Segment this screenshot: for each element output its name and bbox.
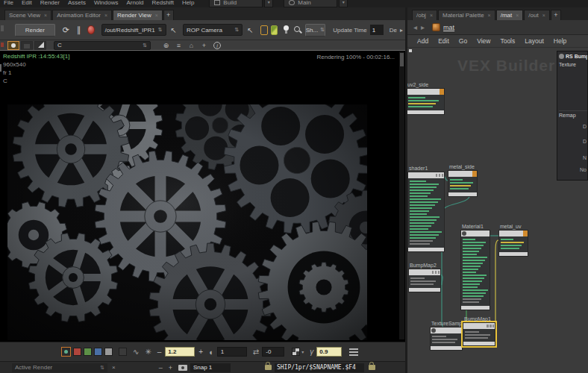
- node-header[interactable]: [408, 172, 444, 178]
- shelf-main[interactable]: Main: [284, 0, 337, 7]
- display-toggle-icon[interactable]: [7, 41, 19, 50]
- channel-all-icon[interactable]: [61, 347, 71, 357]
- tab-scene-view[interactable]: Scene View×: [4, 10, 51, 20]
- node-bumpmap2[interactable]: BumpMap2: [408, 269, 441, 292]
- channel-icon-3[interactable]: [104, 348, 113, 356]
- chevron-down-icon[interactable]: ▾: [264, 0, 273, 7]
- node-metal-uv[interactable]: metal_uv: [498, 230, 528, 257]
- snapshot-camera-icon[interactable]: [178, 365, 187, 371]
- node-uv2-side[interactable]: uv2_side: [407, 88, 445, 115]
- snapshot-name-field[interactable]: Snap 1: [190, 363, 231, 372]
- viewport-scrollbar[interactable]: [399, 51, 404, 339]
- netmenu-add[interactable]: Add: [417, 37, 428, 45]
- node-header[interactable]: [461, 231, 490, 236]
- gamma-plus-button[interactable]: +: [198, 348, 203, 356]
- menu-edit[interactable]: Edit: [22, 0, 32, 6]
- update-time-field[interactable]: 1: [370, 25, 384, 35]
- contrast-field[interactable]: 1: [217, 347, 247, 357]
- zoom-icon[interactable]: ⊕: [161, 41, 171, 50]
- node-header[interactable]: [407, 89, 444, 95]
- magnify-icon[interactable]: [293, 25, 300, 34]
- snapshot-plus-button[interactable]: +: [169, 364, 172, 372]
- lut-field[interactable]: 0.9: [316, 347, 342, 357]
- alpha-channel-icon[interactable]: [119, 348, 127, 356]
- chevron-down-icon[interactable]: ▾: [339, 0, 348, 7]
- render-region-icon[interactable]: [271, 25, 278, 35]
- node-bumpmap1[interactable]: BumpMap1: [463, 322, 495, 346]
- rop-pick-icon[interactable]: ↖: [171, 26, 177, 34]
- pan-icon[interactable]: +: [199, 41, 209, 50]
- node-header[interactable]: [499, 231, 528, 236]
- ipr-grid-icon[interactable]: [260, 25, 268, 35]
- lock-icon[interactable]: [369, 365, 375, 370]
- menu-render[interactable]: Render: [40, 0, 60, 6]
- tab-mat[interactable]: /mat×: [496, 10, 524, 20]
- camera-pick-icon[interactable]: ↖: [247, 26, 253, 34]
- active-render-selector[interactable]: Active Render ⇅: [12, 363, 107, 372]
- tab-animation-editor[interactable]: Animation Editor×: [52, 10, 112, 20]
- info-icon[interactable]: i: [213, 42, 221, 49]
- netmenu-edit[interactable]: Edit: [438, 37, 449, 45]
- render-viewport[interactable]: Redshift IPR :14:55:43[1]960x540fr 1C Re…: [0, 51, 405, 342]
- contrast-icon[interactable]: ◐: [209, 348, 214, 357]
- parameter-panel-header[interactable]: RS Bump: [557, 51, 587, 60]
- lights-icon[interactable]: [283, 25, 287, 34]
- close-icon[interactable]: ×: [155, 13, 158, 18]
- waveform-icon[interactable]: ∿: [133, 348, 139, 356]
- menu-file[interactable]: File: [4, 0, 13, 6]
- channel-icon-0[interactable]: [73, 348, 81, 356]
- gamma-minus-button[interactable]: –: [157, 348, 162, 356]
- netmenu-go[interactable]: Go: [459, 37, 467, 45]
- node-header[interactable]: [463, 323, 495, 329]
- new-tab-button[interactable]: +: [551, 10, 561, 20]
- netmenu-view[interactable]: View: [477, 37, 490, 45]
- node-shader1[interactable]: shader1: [407, 172, 445, 252]
- close-icon[interactable]: ×: [542, 13, 545, 18]
- node-metal-side[interactable]: metal_side: [448, 170, 478, 197]
- tab-obj[interactable]: /obj×: [412, 10, 437, 20]
- menu-redshift[interactable]: Redshift: [152, 0, 174, 6]
- menu-windows[interactable]: Windows: [94, 0, 118, 6]
- netmenu-layout[interactable]: Layout: [525, 37, 544, 45]
- tab-material-palette[interactable]: Material Palette×: [438, 10, 495, 20]
- forward-icon[interactable]: ▸: [421, 23, 425, 31]
- flare-icon[interactable]: ✳: [145, 348, 151, 356]
- background-toggle-icon[interactable]: [21, 41, 33, 50]
- netmenu-tools[interactable]: Tools: [500, 37, 515, 45]
- layers-icon[interactable]: ≡: [174, 41, 184, 50]
- toolbar-overflow-icon[interactable]: ▸: [400, 27, 403, 34]
- pane-grip[interactable]: [1, 43, 4, 47]
- close-icon[interactable]: ×: [430, 13, 433, 18]
- checker-background-icon[interactable]: [292, 348, 300, 356]
- stop-render-icon[interactable]: [87, 25, 94, 34]
- menu-arnold[interactable]: Arnold: [126, 0, 143, 6]
- pane-grip[interactable]: [1, 25, 4, 31]
- refresh-icon[interactable]: ⟳: [63, 25, 69, 35]
- shading-mode-button[interactable]: Sh... ⇅: [305, 24, 326, 37]
- node-header[interactable]: [448, 171, 477, 177]
- close-icon[interactable]: ×: [104, 13, 107, 18]
- scrollbar-handle[interactable]: [400, 53, 404, 66]
- image-plane-selector[interactable]: C ⇅: [54, 41, 151, 50]
- chevron-down-icon[interactable]: ▾: [301, 349, 304, 354]
- snapshot-path-field[interactable]: SHIP/1pr/$SNAPNAME.$F4: [275, 363, 364, 372]
- netmenu-help[interactable]: Help: [554, 37, 566, 45]
- lock-icon[interactable]: [265, 365, 272, 370]
- tab-render-view[interactable]: Render View×: [113, 10, 163, 20]
- camera-selector[interactable]: ROP Camera ⇅: [183, 24, 243, 36]
- close-icon[interactable]: ×: [516, 13, 519, 18]
- menu-assets[interactable]: Assets: [68, 0, 86, 6]
- sliders-icon[interactable]: ⇄: [253, 348, 259, 356]
- menu-help[interactable]: Help: [182, 0, 194, 6]
- tab-out[interactable]: /out×: [524, 10, 549, 20]
- channel-icon-2[interactable]: [94, 348, 102, 356]
- pane-grip[interactable]: [0, 64, 1, 72]
- snapshot-minus-button[interactable]: –: [159, 364, 163, 372]
- offset-field[interactable]: -0: [262, 347, 284, 357]
- node-texturesampler1[interactable]: TextureSampler1: [430, 327, 463, 351]
- close-icon[interactable]: ×: [44, 13, 47, 18]
- render-button[interactable]: Render: [15, 24, 55, 37]
- split-view-icon[interactable]: [34, 41, 46, 50]
- channel-icon-1[interactable]: [84, 348, 92, 356]
- list-menu-icon[interactable]: [349, 348, 358, 356]
